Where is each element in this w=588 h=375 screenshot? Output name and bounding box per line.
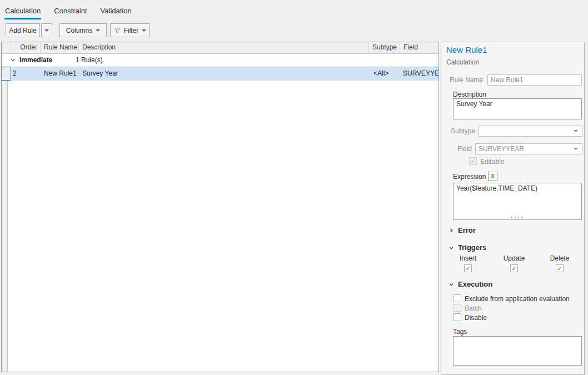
expression-textarea[interactable]: Year($feature.TIME_DATE) ···· xyxy=(453,183,582,220)
filter-funnel-icon xyxy=(114,27,121,34)
subtype-dropdown[interactable] xyxy=(479,126,582,137)
caret-down-icon xyxy=(96,29,100,32)
trigger-delete-label: Delete xyxy=(540,254,579,262)
row-selector-handle[interactable] xyxy=(2,67,11,81)
cell-subtype[interactable]: <All> xyxy=(369,67,400,81)
table-row[interactable]: 2 New Rule1 Survey Year <All> SURVEYYEAR xyxy=(2,67,438,81)
exclude-evaluation-checkbox[interactable] xyxy=(454,294,461,302)
add-rule-button[interactable]: Add Rule xyxy=(6,23,40,37)
disable-checkbox[interactable] xyxy=(454,313,461,321)
columns-label: Columns xyxy=(66,27,92,34)
subtype-label: Subtype xyxy=(441,126,475,137)
column-header-subtype[interactable]: Subtype xyxy=(369,42,400,53)
tab-calculation[interactable]: Calculation xyxy=(4,6,41,19)
panel-title: New Rule1 xyxy=(446,45,487,54)
expression-value: Year($feature.TIME_DATE) xyxy=(456,184,537,192)
caret-down-icon xyxy=(574,148,578,150)
column-header-description[interactable]: Description xyxy=(79,42,369,53)
trigger-insert-label: Insert xyxy=(449,254,487,262)
description-label: Description xyxy=(453,91,486,98)
trigger-update-checkbox[interactable]: ✓ xyxy=(510,264,518,272)
chevron-down-icon[interactable] xyxy=(10,57,16,63)
trigger-update-label: Update xyxy=(495,254,534,262)
triggers-section-label: Triggers xyxy=(458,243,486,252)
trigger-insert: Insert ✓ xyxy=(449,254,487,272)
row-handle-header-cell xyxy=(2,42,11,53)
rules-table-header: Order Rule Name Description Subtype Fiel… xyxy=(2,42,438,54)
trigger-delete-checkbox[interactable]: ✓ xyxy=(556,264,564,272)
trigger-update: Update ✓ xyxy=(495,254,534,272)
tags-textarea[interactable] xyxy=(453,336,582,366)
caret-down-icon xyxy=(142,29,146,32)
editable-checkbox: ✓ xyxy=(469,157,477,165)
expression-label: Expression xyxy=(453,173,486,181)
cell-rule-name[interactable]: New Rule1 xyxy=(41,67,79,81)
tab-validation[interactable]: Validation xyxy=(100,6,132,19)
execution-section-label: Execution xyxy=(458,280,492,288)
filter-label: Filter xyxy=(124,27,139,34)
tab-constraint[interactable]: Constraint xyxy=(53,6,87,19)
column-header-field[interactable]: Field xyxy=(400,42,438,53)
batch-label: Batch xyxy=(465,304,482,312)
error-section-label: Error xyxy=(458,226,476,234)
column-header-order[interactable]: Order xyxy=(11,42,41,53)
group-row-immediate[interactable]: Immediate 1 Rule(s) xyxy=(2,54,438,67)
error-section-header[interactable]: Error xyxy=(449,226,476,234)
column-header-rule-name[interactable]: Rule Name xyxy=(41,42,79,53)
rules-toolbar: Add Rule Columns Filter xyxy=(0,23,588,38)
rule-name-label: Rule Name xyxy=(441,74,483,86)
field-label: Field xyxy=(441,143,472,154)
resize-handle-icon[interactable]: ···· xyxy=(454,215,581,219)
group-rule-count: 1 Rule(s) xyxy=(76,56,103,64)
rule-name-input[interactable]: New Rule1 xyxy=(487,74,582,86)
batch-checkbox xyxy=(454,304,461,312)
exclude-evaluation-label: Exclude from application evaluation xyxy=(465,295,570,303)
panel-subtitle: Calculation xyxy=(446,58,479,66)
cell-description[interactable]: Survey Year xyxy=(79,67,369,81)
cell-field[interactable]: SURVEYYEAR xyxy=(400,67,438,81)
chevron-down-icon xyxy=(449,245,454,251)
chevron-down-icon xyxy=(449,282,454,287)
triggers-section-header[interactable]: Triggers xyxy=(449,243,486,252)
description-textarea[interactable]: Survey Year xyxy=(453,98,582,119)
rules-table: Order Rule Name Description Subtype Fiel… xyxy=(1,42,439,372)
cell-order[interactable]: 2 xyxy=(11,67,41,81)
field-dropdown[interactable]: SURVEYYEAR xyxy=(475,143,582,154)
caret-down-icon xyxy=(44,29,49,32)
caret-down-icon xyxy=(574,130,578,132)
chevron-right-icon xyxy=(449,228,454,233)
add-rule-dropdown-button[interactable] xyxy=(41,23,52,37)
execution-section-header[interactable]: Execution xyxy=(449,280,492,288)
row-handle-gutter xyxy=(2,81,8,372)
trigger-delete: Delete ✓ xyxy=(540,254,579,272)
rule-details-panel: New Rule1 Calculation Rule Name New Rule… xyxy=(441,42,585,375)
table-empty-area xyxy=(2,81,438,372)
disable-label: Disable xyxy=(465,314,487,322)
attribute-rules-window: Calculation Constraint Validation Add Ru… xyxy=(0,0,588,375)
columns-button[interactable]: Columns xyxy=(59,23,107,37)
tags-label: Tags xyxy=(453,328,467,336)
add-rule-label: Add Rule xyxy=(9,27,36,34)
editable-label: Editable xyxy=(480,158,504,166)
group-label: Immediate xyxy=(19,56,52,64)
arcade-expression-editor-icon[interactable]: X xyxy=(488,172,497,181)
trigger-insert-checkbox[interactable]: ✓ xyxy=(464,264,472,272)
filter-button[interactable]: Filter xyxy=(110,23,150,37)
rule-type-tabbar: Calculation Constraint Validation xyxy=(4,6,132,19)
